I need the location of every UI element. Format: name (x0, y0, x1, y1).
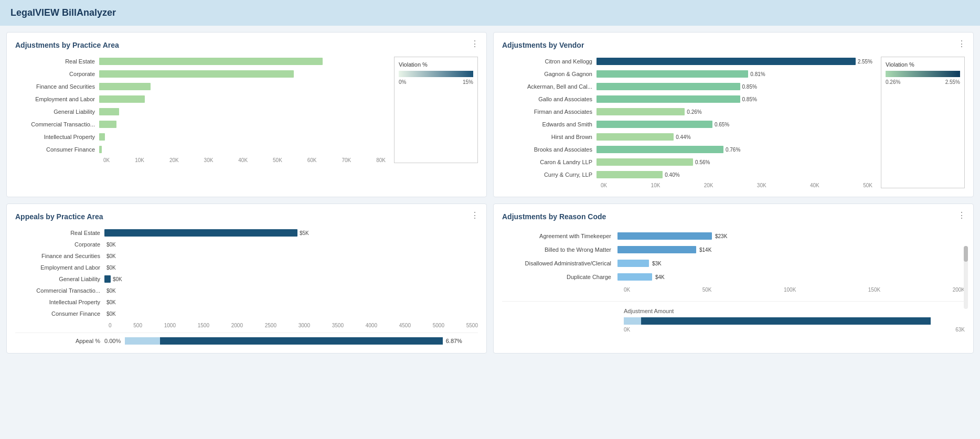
appeal-pct-bar-light (125, 337, 160, 345)
bar-label: General Liability (15, 109, 99, 115)
bar-label: Gagnon & Gagnon (502, 71, 596, 77)
bar-track: 0.65% (596, 121, 872, 128)
practice-area-chart-area: Real EstateCorporateFinance and Securiti… (15, 57, 478, 163)
bar-label: Intellectual Property (15, 134, 99, 140)
bar-track (99, 146, 386, 153)
bar-fill (596, 95, 740, 103)
reason-track: $23K (617, 232, 965, 240)
adjustment-bar-dark (641, 317, 931, 325)
appeals-bar-value: $0K (106, 265, 116, 271)
appeals-bar-value: $0K (106, 288, 116, 294)
appeals-bar-value: $0K (106, 242, 116, 248)
bar-track: 0.85% (596, 95, 872, 103)
bar-track: 0.76% (596, 146, 872, 153)
reason-bar-fill (617, 260, 649, 267)
adjustments-vendor-card: Adjustments by Vendor ⋮ Citron and Kello… (493, 32, 974, 197)
appeals-bar-value: $0K (113, 276, 122, 282)
bar-fill (99, 108, 119, 115)
bar-fill (596, 121, 712, 128)
bar-label: Commercial Transactio... (15, 121, 99, 127)
appeals-bar-value: $0K (106, 299, 116, 305)
bar-track (99, 70, 386, 78)
bar-row: Ackerman, Bell and Cal...0.85% (502, 82, 872, 91)
appeals-bar-track: $0K (104, 299, 478, 305)
bar-row: Employment and Labor (15, 94, 386, 104)
bar-row: Curry & Curry, LLP0.40% (502, 170, 872, 179)
bar-fill (596, 158, 693, 166)
bar-fill (596, 83, 740, 90)
bar-fill (99, 58, 323, 65)
appeals-bar-track: $5K (104, 229, 478, 237)
bar-fill (99, 146, 102, 153)
bar-row: Firman and Associates0.26% (502, 107, 872, 116)
vendor-menu[interactable]: ⋮ (957, 39, 967, 49)
bar-fill (596, 171, 663, 178)
reason-code-row: Agreement with Timekeeper$23K (502, 232, 965, 240)
bar-pct-label: 0.85% (742, 84, 757, 90)
practice-area-bar-chart: Real EstateCorporateFinance and Securiti… (15, 57, 386, 163)
bar-label: Citron and Kellogg (502, 58, 596, 65)
bar-track (99, 58, 386, 65)
reason-code-title: Adjustments by Reason Code (502, 212, 965, 221)
bar-fill (596, 146, 723, 153)
reason-bar-fill (617, 246, 696, 253)
bar-fill (99, 83, 151, 90)
bar-row: General Liability (15, 107, 386, 116)
appeals-bar-row: General Liability$0K (15, 274, 478, 284)
bar-row: Commercial Transactio... (15, 120, 386, 129)
appeal-pct-label: Appeal % (15, 338, 104, 344)
appeals-bar-track: $0K (104, 311, 478, 317)
bar-row: Consumer Finance (15, 145, 386, 154)
appeals-bar-track: $0K (104, 253, 478, 259)
bar-track: 0.40% (596, 171, 872, 178)
app-title: LegalVIEW BillAnalyzer (10, 7, 116, 18)
adjustments-practice-area-title: Adjustments by Practice Area (15, 41, 478, 49)
appeals-bar-row: Real Estate$5K (15, 228, 478, 238)
appeals-bar-row: Commercial Transactio...$0K (15, 286, 478, 295)
vendor-bar-chart: Citron and Kellogg2.55%Gagnon & Gagnon0.… (502, 57, 872, 188)
reason-label: Billed to the Wrong Matter (502, 247, 617, 253)
practice-area-legend-title: Violation % (399, 61, 473, 68)
reason-bar-value: $3K (652, 261, 662, 266)
bar-track: 0.44% (596, 133, 872, 141)
bar-label: Edwards and Smith (502, 121, 596, 127)
bar-row: Corporate (15, 69, 386, 79)
reason-code-card: Adjustments by Reason Code ⋮ Agreement w… (493, 204, 974, 354)
bar-row: Caron & Landry LLP0.56% (502, 157, 872, 167)
bar-row: Brooks and Associates0.76% (502, 145, 872, 154)
appeals-bar-row: Intellectual Property$0K (15, 297, 478, 307)
reason-code-menu[interactable]: ⋮ (957, 210, 967, 220)
bar-label: Curry & Curry, LLP (502, 172, 596, 178)
appeals-bar-value: $5K (300, 230, 309, 236)
practice-area-menu[interactable]: ⋮ (471, 39, 480, 49)
appeals-bar-track: $0K (104, 265, 478, 271)
appeals-chart: Real Estate$5KCorporate$0KFinance and Se… (15, 228, 478, 345)
bar-label: Consumer Finance (15, 146, 99, 153)
reason-code-row: Duplicate Charge$4K (502, 273, 965, 281)
appeals-bar-label: Commercial Transactio... (15, 287, 104, 294)
appeals-bar-track: $0K (104, 242, 478, 248)
bar-fill (99, 133, 105, 141)
appeal-pct-bar-dark (160, 337, 442, 345)
appeals-practice-area-card: Appeals by Practice Area ⋮ Real Estate$5… (6, 204, 487, 354)
bar-fill (596, 133, 674, 141)
appeals-bar-label: Finance and Securities (15, 253, 104, 259)
bar-label: Caron & Landry LLP (502, 159, 596, 165)
bar-label: Gallo and Associates (502, 96, 596, 102)
bar-label: Firman and Associates (502, 109, 596, 115)
practice-area-legend: Violation % 0% 15% (394, 57, 478, 163)
adjustment-bar-light (624, 317, 641, 325)
practice-area-legend-labels: 0% 15% (399, 79, 473, 85)
appeals-bar-fill (104, 229, 297, 237)
bar-fill (99, 70, 294, 78)
dashboard: Adjustments by Practice Area ⋮ Real Esta… (0, 26, 980, 360)
appeals-bar-row: Consumer Finance$0K (15, 309, 478, 318)
bar-pct-label: 0.81% (750, 71, 765, 77)
bar-row: Intellectual Property (15, 132, 386, 142)
appeals-bar-label: Intellectual Property (15, 299, 104, 305)
appeals-menu[interactable]: ⋮ (471, 210, 480, 220)
adjustments-practice-area-card: Adjustments by Practice Area ⋮ Real Esta… (6, 32, 487, 197)
reason-bar-value: $4K (655, 274, 665, 280)
reason-code-row: Disallowed Administrative/Clerical$3K (502, 260, 965, 267)
appeals-bar-value: $0K (106, 253, 116, 259)
